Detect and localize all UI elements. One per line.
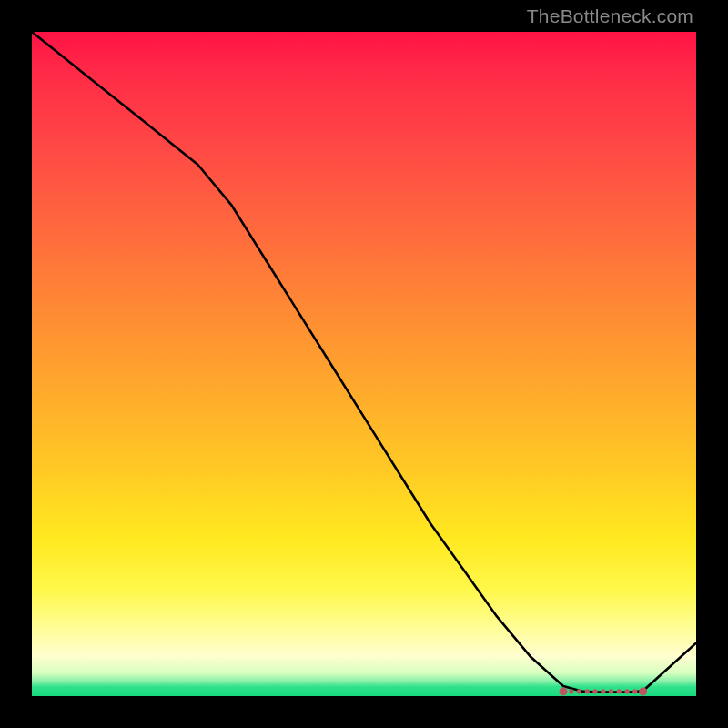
trough-marker-dot [560, 687, 568, 695]
trough-marker-dot [609, 689, 613, 693]
attribution-text: TheBottleneck.com [527, 5, 693, 27]
data-line [32, 32, 696, 693]
trough-marker-dot [585, 689, 590, 693]
trough-marker-dot [592, 689, 597, 693]
trough-marker-dot [601, 689, 605, 693]
trough-marker-dot [577, 689, 581, 693]
trough-marker-dot [639, 687, 647, 695]
plot-area [32, 32, 696, 696]
trough-marker-dot [569, 689, 573, 693]
trough-marker-dot [617, 689, 622, 693]
chart-frame: TheBottleneck.com [0, 0, 728, 728]
trough-marker-dot [625, 689, 630, 693]
curve-layer [32, 32, 696, 696]
trough-marker-dot [632, 689, 637, 693]
